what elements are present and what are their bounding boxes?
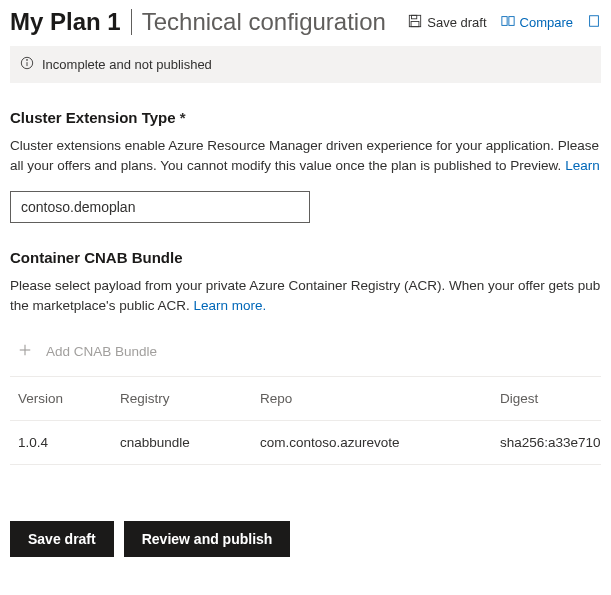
help-text-line1: Cluster extensions enable Azure Resource… <box>10 138 599 153</box>
col-digest-header: Digest <box>500 391 601 406</box>
cluster-learn-link[interactable]: Learn <box>565 158 600 173</box>
header-actions: Save draft Compare <box>408 14 601 31</box>
cell-repo: com.contoso.azurevote <box>260 435 500 450</box>
cnab-help-line2: the marketplace's public ACR. <box>10 298 190 313</box>
col-repo-header: Repo <box>260 391 500 406</box>
compare-label: Compare <box>520 15 573 30</box>
compare-button[interactable]: Compare <box>501 14 573 31</box>
compare-icon <box>501 14 515 31</box>
cluster-extension-heading-text: Cluster Extension Type <box>10 109 176 126</box>
col-registry-header: Registry <box>120 391 260 406</box>
cell-registry: cnabbundle <box>120 435 260 450</box>
svg-point-8 <box>27 60 28 61</box>
cluster-extension-input[interactable] <box>10 191 310 223</box>
cnab-table: Version Registry Repo Digest 1.0.4 cnabb… <box>10 376 601 465</box>
cnab-heading: Container CNAB Bundle <box>10 249 601 266</box>
svg-rect-4 <box>508 16 513 25</box>
cluster-extension-section: Cluster Extension Type * Cluster extensi… <box>0 109 611 223</box>
footer-actions: Save draft Review and publish <box>0 521 611 557</box>
status-text: Incomplete and not published <box>42 57 212 72</box>
page-header: My Plan 1 Technical configuration Save d… <box>0 0 611 42</box>
cell-digest: sha256:a33e710 <box>500 435 601 450</box>
cnab-learn-link[interactable]: Learn more. <box>193 298 266 313</box>
col-version-header: Version <box>10 391 120 406</box>
save-draft-button[interactable]: Save draft <box>10 521 114 557</box>
table-header: Version Registry Repo Digest <box>10 376 601 421</box>
add-cnab-bundle-label: Add CNAB Bundle <box>46 344 157 359</box>
cluster-extension-help: Cluster extensions enable Azure Resource… <box>10 136 601 175</box>
title-divider <box>131 9 132 35</box>
help-text-line2: all your offers and plans. You cannot mo… <box>10 158 561 173</box>
status-bar: Incomplete and not published <box>10 46 601 83</box>
add-cnab-bundle-button[interactable]: Add CNAB Bundle <box>10 339 601 374</box>
info-icon <box>20 56 34 73</box>
save-icon <box>408 14 422 31</box>
svg-rect-2 <box>411 21 419 26</box>
cell-version: 1.0.4 <box>10 435 120 450</box>
svg-rect-1 <box>412 15 417 19</box>
cluster-extension-heading: Cluster Extension Type * <box>10 109 601 126</box>
required-indicator: * <box>180 109 186 126</box>
overflow-button[interactable] <box>587 14 601 31</box>
review-publish-button[interactable]: Review and publish <box>124 521 291 557</box>
plan-name: My Plan 1 <box>10 8 121 36</box>
page-icon <box>587 14 601 31</box>
plus-icon <box>18 343 32 360</box>
save-draft-header-button[interactable]: Save draft <box>408 14 486 31</box>
cnab-help-line1: Please select payload from your private … <box>10 278 600 293</box>
svg-rect-5 <box>590 15 599 26</box>
save-draft-header-label: Save draft <box>427 15 486 30</box>
svg-rect-3 <box>501 16 506 25</box>
cnab-help: Please select payload from your private … <box>10 276 601 315</box>
cnab-section: Container CNAB Bundle Please select payl… <box>0 249 611 465</box>
table-row[interactable]: 1.0.4 cnabbundle com.contoso.azurevote s… <box>10 421 601 465</box>
page-title: Technical configuration <box>142 8 386 36</box>
